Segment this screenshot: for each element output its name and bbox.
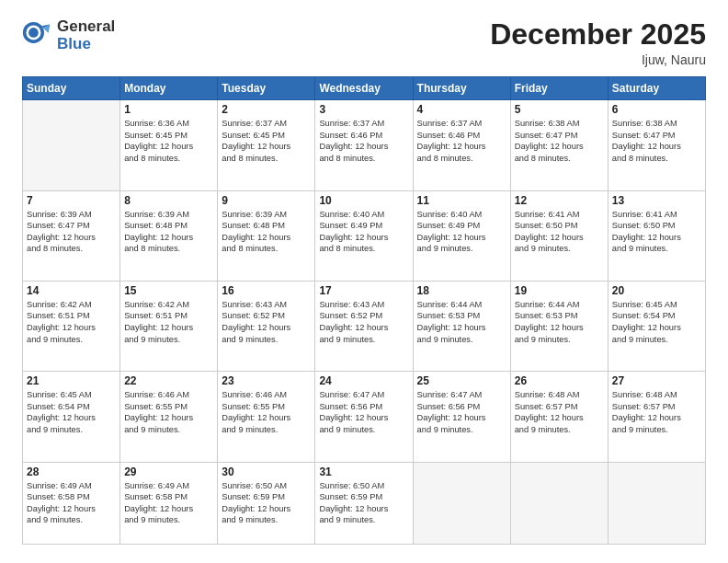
calendar-cell-w5-d3: 30Sunrise: 6:50 AMSunset: 6:59 PMDayligh… (218, 462, 315, 544)
day-number: 13 (612, 194, 701, 207)
day-info: Sunrise: 6:37 AMSunset: 6:45 PMDaylight:… (222, 118, 311, 164)
calendar-cell-w3-d3: 16Sunrise: 6:43 AMSunset: 6:52 PMDayligh… (218, 281, 315, 371)
day-info: Sunrise: 6:44 AMSunset: 6:53 PMDaylight:… (417, 299, 506, 345)
day-info: Sunrise: 6:48 AMSunset: 6:57 PMDaylight:… (612, 389, 701, 435)
calendar-cell-w3-d7: 20Sunrise: 6:45 AMSunset: 6:54 PMDayligh… (608, 281, 705, 371)
day-number: 31 (319, 465, 408, 478)
calendar-cell-w2-d3: 9Sunrise: 6:39 AMSunset: 6:48 PMDaylight… (218, 190, 315, 281)
day-number: 24 (319, 374, 408, 387)
calendar-cell-w3-d2: 15Sunrise: 6:42 AMSunset: 6:51 PMDayligh… (120, 281, 218, 371)
day-number: 6 (612, 103, 701, 116)
day-info: Sunrise: 6:39 AMSunset: 6:47 PMDaylight:… (27, 209, 116, 255)
calendar-cell-w2-d2: 8Sunrise: 6:39 AMSunset: 6:48 PMDaylight… (120, 190, 218, 281)
day-info: Sunrise: 6:47 AMSunset: 6:56 PMDaylight:… (319, 389, 408, 435)
calendar-cell-w1-d4: 3Sunrise: 6:37 AMSunset: 6:46 PMDaylight… (315, 100, 413, 190)
th-thursday: Thursday (413, 77, 510, 100)
day-number: 22 (124, 374, 213, 387)
day-number: 11 (417, 194, 506, 207)
calendar-cell-w1-d1 (23, 100, 120, 190)
calendar-header-row: Sunday Monday Tuesday Wednesday Thursday… (23, 77, 706, 100)
day-info: Sunrise: 6:44 AMSunset: 6:53 PMDaylight:… (515, 299, 604, 345)
calendar-cell-w2-d5: 11Sunrise: 6:40 AMSunset: 6:49 PMDayligh… (413, 190, 510, 281)
day-info: Sunrise: 6:40 AMSunset: 6:49 PMDaylight:… (319, 209, 408, 255)
day-number: 27 (612, 374, 701, 387)
day-number: 26 (515, 374, 604, 387)
day-number: 28 (27, 465, 116, 478)
header: General Blue December 2025 Ijuw, Nauru (22, 18, 706, 67)
calendar-cell-w4-d2: 22Sunrise: 6:46 AMSunset: 6:55 PMDayligh… (120, 372, 218, 462)
calendar-cell-w4-d5: 25Sunrise: 6:47 AMSunset: 6:56 PMDayligh… (413, 372, 510, 462)
logo-blue-text: Blue (57, 36, 115, 53)
svg-point-2 (28, 28, 39, 38)
calendar-cell-w2-d4: 10Sunrise: 6:40 AMSunset: 6:49 PMDayligh… (315, 190, 413, 281)
day-info: Sunrise: 6:49 AMSunset: 6:58 PMDaylight:… (124, 480, 213, 526)
location-subtitle: Ijuw, Nauru (490, 52, 706, 67)
th-sunday: Sunday (23, 77, 120, 100)
day-number: 9 (222, 194, 311, 207)
calendar-cell-w1-d7: 6Sunrise: 6:38 AMSunset: 6:47 PMDaylight… (608, 100, 705, 190)
th-saturday: Saturday (608, 77, 705, 100)
day-number: 7 (27, 194, 116, 207)
calendar-cell-w5-d1: 28Sunrise: 6:49 AMSunset: 6:58 PMDayligh… (23, 462, 120, 544)
calendar-cell-w2-d6: 12Sunrise: 6:41 AMSunset: 6:50 PMDayligh… (510, 190, 608, 281)
calendar-week-row-5: 28Sunrise: 6:49 AMSunset: 6:58 PMDayligh… (23, 462, 706, 544)
calendar-cell-w4-d7: 27Sunrise: 6:48 AMSunset: 6:57 PMDayligh… (608, 372, 705, 462)
day-number: 15 (124, 284, 213, 297)
day-info: Sunrise: 6:50 AMSunset: 6:59 PMDaylight:… (319, 480, 408, 526)
th-tuesday: Tuesday (218, 77, 315, 100)
day-info: Sunrise: 6:41 AMSunset: 6:50 PMDaylight:… (515, 209, 604, 255)
day-info: Sunrise: 6:36 AMSunset: 6:45 PMDaylight:… (124, 118, 213, 164)
day-number: 23 (222, 374, 311, 387)
day-number: 5 (515, 103, 604, 116)
logo-icon (22, 21, 51, 51)
calendar-cell-w4-d6: 26Sunrise: 6:48 AMSunset: 6:57 PMDayligh… (510, 372, 608, 462)
day-info: Sunrise: 6:46 AMSunset: 6:55 PMDaylight:… (124, 389, 213, 435)
calendar-cell-w1-d3: 2Sunrise: 6:37 AMSunset: 6:45 PMDaylight… (218, 100, 315, 190)
calendar-cell-w5-d5 (413, 462, 510, 544)
day-number: 12 (515, 194, 604, 207)
day-info: Sunrise: 6:39 AMSunset: 6:48 PMDaylight:… (124, 209, 213, 255)
calendar-cell-w3-d6: 19Sunrise: 6:44 AMSunset: 6:53 PMDayligh… (510, 281, 608, 371)
calendar-cell-w2-d7: 13Sunrise: 6:41 AMSunset: 6:50 PMDayligh… (608, 190, 705, 281)
calendar-cell-w1-d5: 4Sunrise: 6:37 AMSunset: 6:46 PMDaylight… (413, 100, 510, 190)
day-number: 29 (124, 465, 213, 478)
day-info: Sunrise: 6:50 AMSunset: 6:59 PMDaylight:… (222, 480, 311, 526)
calendar-cell-w5-d7 (608, 462, 705, 544)
day-info: Sunrise: 6:37 AMSunset: 6:46 PMDaylight:… (319, 118, 408, 164)
calendar-cell-w1-d6: 5Sunrise: 6:38 AMSunset: 6:47 PMDaylight… (510, 100, 608, 190)
day-info: Sunrise: 6:38 AMSunset: 6:47 PMDaylight:… (612, 118, 701, 164)
calendar-cell-w5-d6 (510, 462, 608, 544)
day-number: 17 (319, 284, 408, 297)
day-info: Sunrise: 6:40 AMSunset: 6:49 PMDaylight:… (417, 209, 506, 255)
day-info: Sunrise: 6:45 AMSunset: 6:54 PMDaylight:… (612, 299, 701, 345)
calendar-cell-w4-d1: 21Sunrise: 6:45 AMSunset: 6:54 PMDayligh… (23, 372, 120, 462)
day-info: Sunrise: 6:42 AMSunset: 6:51 PMDaylight:… (124, 299, 213, 345)
page: General Blue December 2025 Ijuw, Nauru S… (0, 0, 728, 563)
day-info: Sunrise: 6:41 AMSunset: 6:50 PMDaylight:… (612, 209, 701, 255)
day-number: 25 (417, 374, 506, 387)
day-info: Sunrise: 6:45 AMSunset: 6:54 PMDaylight:… (27, 389, 116, 435)
day-info: Sunrise: 6:42 AMSunset: 6:51 PMDaylight:… (27, 299, 116, 345)
day-number: 20 (612, 284, 701, 297)
day-info: Sunrise: 6:39 AMSunset: 6:48 PMDaylight:… (222, 209, 311, 255)
th-friday: Friday (510, 77, 608, 100)
day-number: 10 (319, 194, 408, 207)
calendar-cell-w1-d2: 1Sunrise: 6:36 AMSunset: 6:45 PMDaylight… (120, 100, 218, 190)
calendar-week-row-4: 21Sunrise: 6:45 AMSunset: 6:54 PMDayligh… (23, 372, 706, 462)
logo-general-text: General (57, 18, 115, 36)
day-number: 19 (515, 284, 604, 297)
calendar-week-row-3: 14Sunrise: 6:42 AMSunset: 6:51 PMDayligh… (23, 281, 706, 371)
day-number: 16 (222, 284, 311, 297)
calendar-cell-w3-d4: 17Sunrise: 6:43 AMSunset: 6:52 PMDayligh… (315, 281, 413, 371)
calendar-week-row-2: 7Sunrise: 6:39 AMSunset: 6:47 PMDaylight… (23, 190, 706, 281)
day-info: Sunrise: 6:43 AMSunset: 6:52 PMDaylight:… (319, 299, 408, 345)
day-info: Sunrise: 6:37 AMSunset: 6:46 PMDaylight:… (417, 118, 506, 164)
calendar-cell-w2-d1: 7Sunrise: 6:39 AMSunset: 6:47 PMDaylight… (23, 190, 120, 281)
day-info: Sunrise: 6:46 AMSunset: 6:55 PMDaylight:… (222, 389, 311, 435)
th-wednesday: Wednesday (315, 77, 413, 100)
day-info: Sunrise: 6:43 AMSunset: 6:52 PMDaylight:… (222, 299, 311, 345)
logo: General Blue (22, 18, 115, 52)
th-monday: Monday (120, 77, 218, 100)
day-number: 4 (417, 103, 506, 116)
day-number: 3 (319, 103, 408, 116)
